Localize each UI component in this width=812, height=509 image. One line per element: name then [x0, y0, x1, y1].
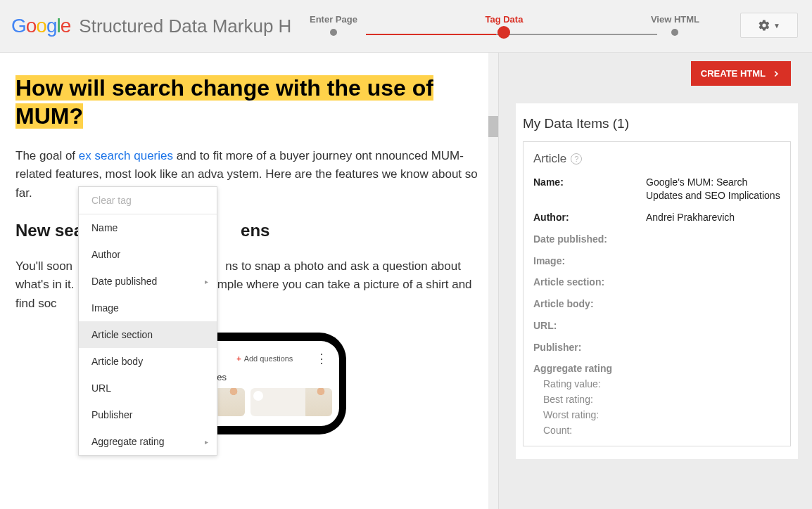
field-article-body: Article body:: [533, 297, 780, 311]
caret-down-icon: ▼: [773, 22, 780, 30]
create-html-button[interactable]: CREATE HTML: [691, 61, 791, 86]
field-article-section: Article section:: [533, 276, 780, 289]
field-name: Name: Google's MUM: Search Updates and S…: [533, 176, 780, 202]
menu-url[interactable]: URL: [79, 375, 217, 401]
step-tag-data[interactable]: Tag Data: [485, 14, 523, 41]
stepper: Enter Page Tag Data View HTML: [310, 14, 699, 41]
field-url: URL:: [533, 319, 780, 333]
field-author: Author: Andrei Prakharevich: [533, 211, 780, 224]
menu-name[interactable]: Name: [79, 214, 217, 241]
aggregate-best-rating: Best rating:: [533, 394, 780, 405]
step-view-html[interactable]: View HTML: [651, 14, 699, 41]
plus-icon: +: [236, 354, 241, 363]
more-icon: ⋮: [315, 351, 328, 366]
field-publisher: Publisher:: [533, 341, 780, 354]
data-items-panel: My Data Items (1) Article ? Name: Google…: [516, 103, 798, 459]
step-enter-page[interactable]: Enter Page: [310, 14, 357, 41]
menu-date-published[interactable]: Date published▸: [79, 268, 217, 295]
menu-author[interactable]: Author: [79, 241, 217, 268]
menu-publisher[interactable]: Publisher: [79, 401, 217, 428]
menu-image[interactable]: Image: [79, 295, 217, 321]
google-logo: Google: [11, 15, 70, 37]
menu-aggregate-rating[interactable]: Aggregate rating▸: [79, 428, 217, 455]
aggregate-worst-rating: Worst rating:: [533, 409, 780, 420]
chevron-right-icon: ▸: [205, 438, 208, 446]
logo-block: Google Structured Data Markup H: [11, 15, 291, 37]
field-image: Image:: [533, 254, 780, 268]
add-questions-label: +Add questions: [236, 354, 293, 363]
chevron-right-icon: [771, 69, 781, 79]
tag-context-menu: Clear tag Name Author Date published▸ Im…: [78, 186, 217, 456]
settings-button[interactable]: ▼: [740, 13, 798, 38]
visual-match-card: [250, 388, 332, 416]
panel-title: My Data Items (1): [520, 116, 794, 141]
field-date-published: Date published:: [533, 233, 780, 246]
help-icon[interactable]: ?: [571, 153, 582, 165]
menu-article-body[interactable]: Article body: [79, 348, 217, 375]
step-dot-icon: [330, 29, 337, 36]
article-heading[interactable]: How will search change with the use of M…: [15, 74, 483, 130]
step-dot-icon: [671, 29, 678, 36]
menu-clear-tag: Clear tag: [79, 187, 217, 214]
chevron-right-icon: ▸: [205, 278, 208, 285]
article-preview-pane: How will search change with the use of M…: [0, 53, 498, 509]
card-type-label: Article ?: [533, 152, 780, 166]
scrollbar-thumb[interactable]: [488, 116, 498, 137]
top-header: Google Structured Data Markup H Enter Pa…: [0, 0, 812, 53]
aggregate-count: Count:: [533, 425, 780, 436]
data-items-sidebar: CREATE HTML My Data Items (1) Article ? …: [498, 53, 812, 509]
gear-icon: [758, 19, 770, 32]
search-queries-link[interactable]: ex search queries: [79, 149, 173, 162]
aggregate-rating-head: Aggregate rating: [533, 363, 780, 374]
aggregate-rating-value: Rating value:: [533, 378, 780, 389]
app-title: Structured Data Markup H: [79, 15, 291, 37]
step-dot-icon: [497, 26, 510, 39]
article-card: Article ? Name: Google's MUM: Search Upd…: [523, 141, 791, 446]
menu-article-section[interactable]: Article section: [79, 321, 217, 348]
